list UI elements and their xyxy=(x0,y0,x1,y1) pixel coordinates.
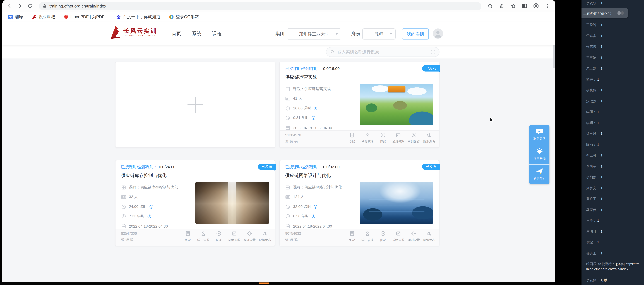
menu-icon[interactable] xyxy=(544,3,551,9)
course-thumbnail[interactable] xyxy=(196,182,269,224)
search-zoom-icon[interactable] xyxy=(487,3,493,9)
action-button-4[interactable]: 成绩管理 xyxy=(226,231,242,242)
action-button-3[interactable]: 授课 xyxy=(375,231,390,242)
bookmark-3[interactable]: iLovePDF | 为PDF... xyxy=(64,14,108,20)
nav-item-3[interactable]: 课程 xyxy=(212,30,222,37)
course-row: 课程：供应链网络设计与优化 xyxy=(285,183,342,192)
action-button-6[interactable]: 取消发布 xyxy=(421,132,437,144)
action-button-3[interactable]: 授课 xyxy=(211,231,226,242)
status-badge: 已发布 xyxy=(258,164,276,170)
course-card[interactable]: 已授课时/全部课时：0.0/32.00 已发布 供应链网络设计与优化 课程：供应… xyxy=(279,160,440,246)
action-label: 学员管理 xyxy=(361,140,373,144)
info-icon[interactable] xyxy=(147,214,152,219)
action-button-3[interactable]: 授课 xyxy=(375,132,390,144)
status-badge: 已发布 xyxy=(422,65,440,71)
card-footer: 82547306 邀请码 备课学员管理授课成绩管理实训设置取消发布 xyxy=(116,229,275,246)
forward-icon[interactable] xyxy=(16,3,23,9)
clock-icon xyxy=(285,106,290,111)
float-item-3[interactable]: 新手指引 xyxy=(529,164,550,184)
grid-icon xyxy=(121,185,126,190)
action-button-1[interactable]: 备课 xyxy=(180,231,196,242)
action-button-5[interactable]: 实训设置 xyxy=(242,231,257,242)
side-panel-icon[interactable] xyxy=(521,3,528,9)
bookmark-label: iLovePDF | 为PDF... xyxy=(70,14,108,20)
logo-subtitle: TRAINING.CFNET.ORG.CN xyxy=(124,35,157,37)
float-item-label: 新手指引 xyxy=(533,177,546,181)
chat-message-list[interactable]: 李双双： 1刘起源： 1王盼盼： 1雷鑫鑫： 1侯苏蝶： 1王玉洁： 1朱玉勤：… xyxy=(586,1,640,285)
bookmark-5[interactable]: 登录QQ邮箱 xyxy=(169,14,199,20)
action-label: 成绩管理 xyxy=(228,238,240,242)
action-button-1[interactable]: 备课 xyxy=(344,132,360,144)
card-footer: 90754632 邀请码 备课学员管理授课成绩管理实训设置取消发布 xyxy=(280,229,439,246)
action-button-6[interactable]: 取消发布 xyxy=(257,231,272,242)
chat-text: 1 xyxy=(600,45,602,49)
nav-item-1[interactable]: 首页 xyxy=(172,30,181,37)
action-button-2[interactable]: 学员管理 xyxy=(360,231,375,242)
site-logo[interactable]: 长风云实训 TRAINING.CFNET.ORG.CN xyxy=(110,26,157,39)
info-icon[interactable] xyxy=(311,214,316,219)
course-card[interactable]: 已授课时/全部课时：0.0/16.00 已发布 供应链运营实战 课程：供应链运营… xyxy=(279,62,440,148)
action-button-5[interactable]: 实训设置 xyxy=(406,132,421,144)
share-icon[interactable] xyxy=(498,3,505,9)
info-icon[interactable] xyxy=(149,205,154,209)
action-label: 学员管理 xyxy=(361,238,373,242)
progress-line: 已授课时/全部课时：0.0/24.00 xyxy=(121,164,176,170)
back-icon[interactable] xyxy=(6,3,13,9)
people-row: 32 人 xyxy=(121,192,178,202)
action-button-2[interactable]: 学员管理 xyxy=(360,132,375,144)
chat-text: 1 xyxy=(596,142,599,146)
bookmark-star-icon[interactable] xyxy=(510,3,516,9)
card-actions: 备课学员管理授课成绩管理实训设置取消发布 xyxy=(344,231,437,242)
chat-sender: 侯坡： xyxy=(586,240,596,244)
course-thumbnail[interactable] xyxy=(360,84,433,125)
info-icon[interactable] xyxy=(311,116,316,120)
students-icon xyxy=(364,231,370,236)
info-icon[interactable] xyxy=(314,106,318,110)
my-training-button[interactable]: 我的实训 xyxy=(402,28,429,39)
search-input[interactable]: 输入实训名称进行搜索 xyxy=(326,47,440,57)
avatar[interactable] xyxy=(433,28,443,39)
video-progress-bar[interactable] xyxy=(0,282,556,285)
chat-sender: 马家俊： xyxy=(586,208,600,212)
info-icon[interactable] xyxy=(314,205,318,209)
action-button-6[interactable]: 取消发布 xyxy=(421,231,437,242)
class-hours-row: 16.00 课时 xyxy=(285,103,332,113)
speaking-text: 正在讲话: tingjiecai; xyxy=(584,11,617,15)
float-item-label: 联系客服 xyxy=(533,137,546,141)
chat-panel: 李双双： 1刘起源： 1王盼盼： 1雷鑫鑫： 1侯苏蝶： 1王玉洁： 1朱玉勤：… xyxy=(582,0,644,285)
action-button-1[interactable]: 备课 xyxy=(344,231,360,242)
scrollbar[interactable] xyxy=(553,22,555,282)
chat-sender: 雷鑫鑫： xyxy=(586,34,600,38)
chat-text: 1 xyxy=(600,99,602,103)
action-label: 成绩管理 xyxy=(392,238,404,242)
action-label: 授课 xyxy=(216,238,222,242)
chat-text: 1 xyxy=(600,164,602,168)
action-button-2[interactable]: 学员管理 xyxy=(196,231,211,242)
bookmark-label: 百度一下，你就知道 xyxy=(123,14,160,20)
people-row: 124 人 xyxy=(285,192,342,202)
bookmark-1[interactable]: 文翻译 xyxy=(8,14,23,20)
plane-icon xyxy=(536,168,544,175)
action-button-4[interactable]: 成绩管理 xyxy=(390,231,406,242)
search-secondary-icon[interactable] xyxy=(431,50,435,54)
profile-icon[interactable] xyxy=(533,3,539,9)
chat-message: 侯坡： 1 xyxy=(586,240,640,245)
float-item-1[interactable]: 联系客服 xyxy=(529,125,550,145)
url-bar[interactable]: training.cfnet.org.cn/train/index xyxy=(39,2,482,10)
chat-sender: 黄银平： xyxy=(586,197,600,201)
reload-icon[interactable] xyxy=(27,3,33,9)
nav-item-2[interactable]: 系统 xyxy=(192,30,201,37)
chat-message: 王玉洁： 1 xyxy=(586,55,640,60)
float-item-2[interactable]: 使用帮助 xyxy=(529,145,550,164)
chat-message: 庄明月： 1 xyxy=(586,229,640,234)
group-select[interactable]: 郑州轻工业大学 xyxy=(287,28,342,39)
bookmark-4[interactable]: 百度一下，你就知道 xyxy=(116,14,160,20)
action-button-4[interactable]: 成绩管理 xyxy=(390,132,406,144)
role-select[interactable]: 教师 xyxy=(362,28,396,39)
action-button-5[interactable]: 实训设置 xyxy=(406,231,421,242)
chat-text: 1 xyxy=(600,186,602,190)
course-card[interactable]: 已授课时/全部课时：0.0/24.00 已发布 供应链库存控制与优化 课程：供应… xyxy=(115,160,275,246)
bookmark-2[interactable]: 职业课吧 xyxy=(32,14,55,20)
create-training-card[interactable] xyxy=(115,62,275,148)
course-thumbnail[interactable] xyxy=(360,182,433,224)
